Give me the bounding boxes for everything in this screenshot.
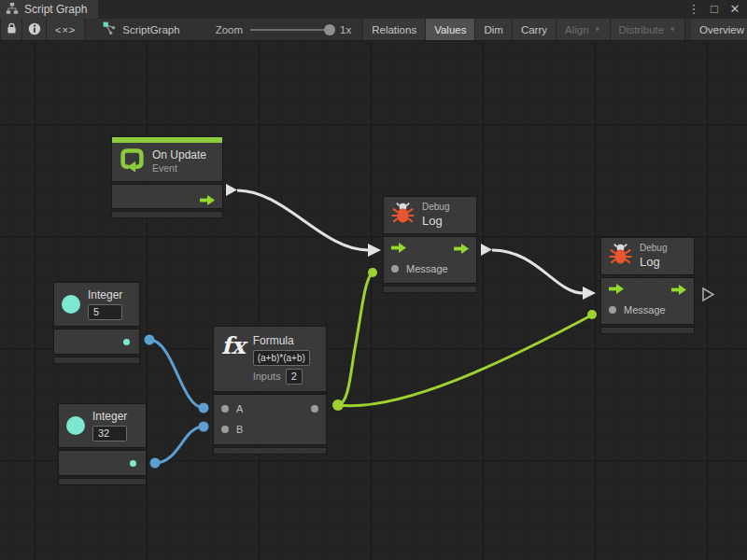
tab-bar: Script Graph ⋮ □ ✕ (0, 0, 747, 19)
control-wire-1[interactable] (237, 190, 368, 250)
chevron-down-icon: ▼ (669, 25, 676, 34)
node-title: Log (422, 214, 449, 229)
lock-button[interactable] (0, 19, 22, 40)
toolbar-button-carry[interactable]: Carry (513, 19, 557, 40)
wire-end-arrow (368, 244, 381, 257)
zoom-slider[interactable] (250, 29, 331, 31)
value-wire-formula-to-log2[interactable] (338, 315, 591, 406)
port-label: A (236, 403, 243, 414)
wire-start-arrow (481, 244, 492, 256)
value-output-port[interactable] (130, 460, 136, 467)
node-integer-5[interactable]: Integer 5 (53, 282, 140, 364)
graph-hierarchy-icon (6, 1, 19, 18)
node-footer (53, 357, 140, 364)
code-icon: <×> (55, 24, 76, 35)
info-icon (28, 22, 41, 37)
tab-title: Script Graph (24, 3, 87, 16)
maximize-icon[interactable]: □ (706, 1, 723, 18)
node-title: Log (640, 255, 667, 270)
node-category: Debug (640, 243, 667, 255)
menu-icon[interactable]: ⋮ (685, 1, 702, 18)
port-label: B (236, 424, 243, 435)
toolbar-button-distribute[interactable]: Distribute▼ (611, 19, 686, 40)
integer-value-field[interactable]: 5 (88, 304, 122, 320)
node-title: Integer (88, 288, 122, 302)
graph-breadcrumb[interactable]: ScriptGraph (102, 19, 179, 40)
tab-script-graph[interactable]: Script Graph (0, 0, 98, 19)
zoom-slider-handle[interactable] (324, 24, 335, 35)
toolbar-button-values[interactable]: Values (426, 19, 475, 40)
control-output-port[interactable] (454, 244, 469, 256)
code-view-button[interactable]: <×> (47, 19, 85, 40)
control-output-port[interactable] (200, 192, 215, 209)
control-input-port[interactable] (391, 243, 406, 255)
bug-icon (609, 243, 632, 269)
message-input-port[interactable] (609, 306, 616, 314)
graph-name-label: ScriptGraph (122, 24, 179, 35)
chevron-down-icon: ▼ (594, 25, 601, 34)
node-footer (58, 478, 147, 485)
wire-endpoint-dot (332, 399, 344, 411)
control-input-port[interactable] (609, 284, 624, 296)
node-footer (600, 327, 695, 334)
node-footer (111, 211, 223, 218)
port-label: Message (624, 304, 666, 315)
node-footer (213, 447, 327, 455)
lock-icon (7, 22, 17, 36)
integer-value-field[interactable]: 32 (92, 426, 127, 441)
node-formula[interactable]: fx Formula (a+b)*(a+b) Inputs 2 A (213, 326, 327, 455)
wire-endpoint-dot (199, 422, 209, 432)
window-controls: ⋮ □ ✕ (685, 0, 743, 19)
graph-canvas[interactable]: On Update Event Debug Log (0, 41, 747, 560)
formula-expression-field[interactable]: (a+b)*(a+b) (253, 350, 310, 366)
input-port-a[interactable] (221, 405, 229, 413)
graph-toolbar: <×> ScriptGraph Zoom 1x Relations Values… (0, 19, 747, 41)
wire-endpoint-dot (199, 403, 209, 413)
info-button[interactable] (22, 19, 47, 40)
node-subtitle: Event (152, 162, 206, 175)
zoom-control: Zoom 1x (216, 19, 352, 40)
node-category: Debug (422, 202, 449, 214)
value-wire-int32[interactable] (155, 427, 204, 463)
value-output-port[interactable] (123, 339, 130, 345)
zoom-label: Zoom (216, 24, 243, 35)
node-title: On Update (152, 148, 206, 162)
wire-endpoint-dot (368, 268, 377, 277)
toolbar-button-relations[interactable]: Relations (362, 19, 426, 40)
inputs-label: Inputs (253, 371, 281, 384)
node-footer (383, 286, 477, 293)
value-output-port[interactable] (311, 405, 318, 413)
inputs-count-field[interactable]: 2 (286, 369, 303, 385)
unconnected-output-arrow (703, 288, 713, 301)
wire-start-arrow (226, 184, 237, 196)
integer-type-icon (62, 295, 80, 314)
bug-icon (391, 202, 415, 228)
node-integer-32[interactable]: Integer 32 (58, 403, 147, 485)
node-debug-log-1[interactable]: Debug Log Message (383, 196, 477, 293)
integer-type-icon (66, 416, 85, 435)
control-wire-2[interactable] (492, 250, 583, 293)
fx-icon: fx (221, 334, 246, 357)
script-graph-icon (102, 21, 117, 39)
close-icon[interactable]: ✕ (726, 1, 743, 18)
wire-endpoint-dot (150, 458, 161, 469)
wire-endpoint-dot (145, 335, 155, 345)
zoom-value: 1x (340, 24, 351, 35)
wire-endpoint-dot (587, 310, 597, 319)
loop-icon (120, 147, 145, 176)
node-title: Formula (253, 334, 310, 348)
message-input-port[interactable] (391, 265, 399, 273)
node-debug-log-2[interactable]: Debug Log Message (600, 237, 695, 334)
wire-end-arrow (583, 287, 596, 300)
event-accent-bar (111, 136, 223, 143)
toolbar-button-align[interactable]: Align▼ (557, 19, 611, 40)
value-wire-formula-to-log1[interactable] (338, 273, 372, 405)
node-on-update[interactable]: On Update Event (111, 136, 223, 218)
value-wire-int5[interactable] (149, 340, 204, 408)
toolbar-button-overview[interactable]: Overview (691, 19, 747, 40)
port-label: Message (406, 263, 448, 274)
node-title: Integer (92, 410, 127, 424)
toolbar-button-dim[interactable]: Dim (475, 19, 512, 40)
input-port-b[interactable] (221, 426, 229, 433)
control-output-port[interactable] (671, 285, 686, 297)
